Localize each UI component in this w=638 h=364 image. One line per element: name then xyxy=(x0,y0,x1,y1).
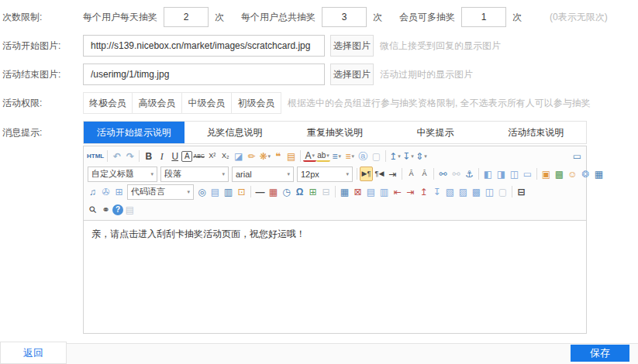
member-option[interactable]: 初级会员 xyxy=(232,92,281,114)
link-icon[interactable]: ⚯ xyxy=(436,167,450,181)
fullscreen-icon[interactable]: ▭ xyxy=(571,149,584,163)
member-option[interactable]: 中级会员 xyxy=(182,92,232,114)
delete-table-icon[interactable]: ⊠ xyxy=(351,184,364,199)
insert-row-above-icon[interactable]: ↥ xyxy=(417,184,430,199)
blockquote-icon[interactable]: ❝ xyxy=(271,149,285,163)
new-doc-icon[interactable]: ▢ xyxy=(370,149,383,163)
paste-text-icon[interactable]: ▤ xyxy=(285,149,298,163)
limit-label: 次数限制: xyxy=(0,6,83,28)
table-bg-icon[interactable]: ◫ xyxy=(483,184,496,199)
word-image-icon[interactable]: ⊞ xyxy=(306,184,319,199)
split-cells-icon[interactable]: ▩ xyxy=(470,184,483,199)
total-field: 每个用户总共抽奖 次 xyxy=(241,7,399,27)
code-language-select[interactable]: 代码语言▾ xyxy=(127,184,194,200)
pagebreak-icon[interactable]: ▤ xyxy=(209,184,222,199)
subscript-icon[interactable]: X₂ xyxy=(219,149,232,163)
map-icon[interactable]: ◎ xyxy=(195,184,209,199)
image-block-icon[interactable]: ▭ xyxy=(521,167,534,181)
special-char-icon[interactable]: Ω xyxy=(293,184,306,199)
image-right-icon[interactable]: ◨ xyxy=(495,167,508,181)
line-height-icon[interactable]: ⇕▾ xyxy=(415,149,428,163)
message-tab[interactable]: 中奖提示 xyxy=(385,122,486,143)
font-color-icon[interactable]: A▾ xyxy=(303,150,316,162)
insert-table-icon[interactable]: ▦ xyxy=(338,184,351,199)
insert-col-right-icon[interactable]: ⇥ xyxy=(404,184,417,199)
border-icon[interactable]: A xyxy=(181,151,192,162)
date-icon[interactable]: ▦ xyxy=(267,184,280,199)
time-icon[interactable]: ◷ xyxy=(280,184,293,199)
start-image-pick-button[interactable]: 选择图片 xyxy=(330,35,374,57)
paragraph-select[interactable]: 段落▾ xyxy=(160,167,229,182)
back-button[interactable]: 返回 xyxy=(0,342,67,364)
print-icon[interactable]: ⊟ xyxy=(515,184,528,199)
editor-content[interactable]: 亲，请点击进入刮刮卡抽奖活动页面，祝您好运哦！ xyxy=(84,221,586,335)
italic-icon[interactable]: I xyxy=(155,149,168,163)
snapscreen-icon[interactable]: ⊡ xyxy=(235,184,248,199)
uppercase-icon[interactable]: Â xyxy=(405,167,418,181)
unordered-list-icon[interactable]: ≡▾ xyxy=(343,149,357,163)
superscript-icon[interactable]: X² xyxy=(205,149,219,163)
music-icon[interactable]: ♫ xyxy=(86,184,99,199)
highlight-color-icon[interactable]: ab▾ xyxy=(316,150,330,162)
formula-icon[interactable]: ⊟ xyxy=(319,184,333,199)
message-tab[interactable]: 重复抽奖说明 xyxy=(285,122,385,143)
ordered-list-icon[interactable]: ≡▾ xyxy=(330,149,343,163)
insert-video-icon[interactable]: ▦ xyxy=(592,167,605,181)
insert-template-icon[interactable]: ⊞ xyxy=(112,184,126,199)
underline-icon[interactable]: U xyxy=(168,149,181,163)
message-tabs: 活动开始提示说明兑奖信息说明重复抽奖说明中奖提示活动结束说明 xyxy=(83,121,587,144)
end-image-label: 活动结束图片: xyxy=(0,64,83,85)
top-align-icon[interactable]: ↥▾ xyxy=(388,149,402,163)
insert-row-below-icon[interactable]: ↧ xyxy=(430,184,443,199)
font-size-select[interactable]: 12px▾ xyxy=(297,167,353,182)
insert-image-icon[interactable]: ▣ xyxy=(540,167,553,181)
per-day-input[interactable] xyxy=(164,7,209,27)
total-input[interactable] xyxy=(322,7,367,27)
permission-row: 活动权限: 终极会员高级会员中级会员初级会员 根据选中的会员组进行参与抽奖资格限… xyxy=(0,92,638,114)
source-html-icon[interactable]: HTML xyxy=(86,149,105,163)
message-tab[interactable]: 活动结束说明 xyxy=(485,122,586,143)
delete-row-icon[interactable]: ▧ xyxy=(443,184,457,199)
member-option[interactable]: 终极会员 xyxy=(83,92,133,114)
hr-icon[interactable]: — xyxy=(253,184,267,199)
start-image-input[interactable] xyxy=(83,35,325,57)
background-icon[interactable]: ▢ xyxy=(496,184,509,199)
image-left-icon[interactable]: ◧ xyxy=(481,167,495,181)
first-indent-icon[interactable]: ⇥ xyxy=(386,167,399,181)
paste-icon[interactable]: ▤ xyxy=(123,202,136,217)
end-image-pick-button[interactable]: 选择图片 xyxy=(330,64,374,85)
emotion-icon[interactable]: ☺ xyxy=(566,167,579,181)
merge-cells-icon[interactable]: ▥ xyxy=(378,184,391,199)
insert-col-left-icon[interactable]: ⇤ xyxy=(391,184,404,199)
redo-icon[interactable]: ↷ xyxy=(123,149,136,163)
attachment-icon[interactable]: ✇ xyxy=(99,184,112,199)
custom-title-select[interactable]: 自定义标题▾ xyxy=(88,167,157,182)
anchor-inline-icon[interactable]: ⓐ xyxy=(357,149,370,163)
ltr-icon[interactable]: ▶¶ xyxy=(360,167,373,181)
message-tab[interactable]: 兑奖信息说明 xyxy=(185,122,285,143)
anchor-icon[interactable]: ⚓ xyxy=(463,167,476,181)
member-option[interactable]: 高级会员 xyxy=(133,92,182,114)
delete-col-icon[interactable]: ▨ xyxy=(457,184,470,199)
rtl-icon[interactable]: ¶◀ xyxy=(373,167,386,181)
table-title-icon[interactable]: ▤ xyxy=(364,184,378,199)
save-button[interactable]: 保存 xyxy=(571,345,629,362)
remove-format-icon[interactable]: ◪ xyxy=(232,149,245,163)
message-tab[interactable]: 活动开始提示说明 xyxy=(84,122,185,143)
font-family-select[interactable]: arial▾ xyxy=(232,167,294,182)
image-center-icon[interactable]: ◫ xyxy=(508,167,521,181)
image-manager-icon[interactable]: ▩ xyxy=(553,167,566,181)
unlink-icon[interactable]: ⚯ xyxy=(450,167,463,181)
undo-icon[interactable]: ↶ xyxy=(110,149,123,163)
end-image-input[interactable] xyxy=(83,64,325,85)
scrawl-icon[interactable]: ❂ xyxy=(579,167,592,181)
strikethrough-icon[interactable]: ABC xyxy=(192,149,205,163)
insert-iframe-icon[interactable]: ▥ xyxy=(222,184,235,199)
bold-icon[interactable]: B xyxy=(142,149,155,163)
member-extra-input[interactable] xyxy=(461,7,506,27)
lowercase-icon[interactable]: Ǎ xyxy=(418,167,431,181)
auto-typeset-icon[interactable]: ❋▾ xyxy=(258,149,271,163)
format-painter-icon[interactable]: ✏ xyxy=(245,149,258,163)
help-icon[interactable]: ? xyxy=(112,204,123,215)
bottom-align-icon[interactable]: ↧▾ xyxy=(402,149,415,163)
